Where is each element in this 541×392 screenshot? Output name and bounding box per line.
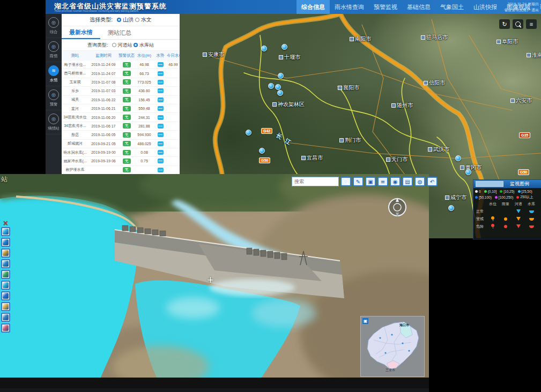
splash-tool[interactable] (1, 281, 10, 290)
sidebar-item-墒情站[interactable]: ◎ 墒情站 (46, 110, 62, 134)
station-marker[interactable] (448, 205, 454, 211)
tab-测站汇总[interactable]: 测站汇总 (100, 26, 139, 39)
nav-item-山洪快报[interactable]: 山洪快报 (469, 0, 502, 14)
search-icon[interactable] (513, 19, 523, 29)
station-marker[interactable] (259, 148, 265, 154)
column-header[interactable]: 预警状态 (118, 53, 135, 58)
table-row[interactable]: 玉皇观 2019-11-07 08 无 773.025 — (62, 78, 180, 87)
station-marker[interactable] (277, 90, 283, 96)
compass[interactable] (386, 195, 409, 219)
eye-icon[interactable]: ◉ (390, 177, 401, 186)
sidebar-item-预警[interactable]: ◎ 预警 (46, 86, 62, 110)
rotate-icon[interactable]: ↻ (499, 19, 510, 29)
sidebar-item-雨情[interactable]: ◎ 雨情 (46, 38, 62, 62)
city-label-淮南市[interactable]: 淮南市 (527, 51, 541, 59)
legend-titlebar[interactable]: 监视图例 (473, 180, 541, 188)
city-label-阜阳市[interactable]: 阜阳市 (496, 38, 518, 46)
city-label-武汉市[interactable]: 武汉市 (428, 146, 449, 153)
column-header[interactable]: 今日水位( (167, 53, 180, 58)
city-label-荆门市[interactable]: 荆门市 (339, 137, 361, 144)
overview-inset-map[interactable]: 海口市 三亚市 ▣ (360, 316, 425, 377)
inset-toggle-icon[interactable]: ▣ (362, 318, 368, 324)
city-label-随州市[interactable]: 随州市 (391, 102, 413, 109)
chart-icon[interactable]: ▤ (402, 177, 413, 186)
trend-icon: — (158, 97, 164, 102)
table-row[interactable]: 乐乡 2019-11-07 03 无 436.60 — (62, 87, 180, 95)
table-row[interactable]: 西马桥雨量... 2019-11-24 07 无 66.73 — (62, 69, 180, 78)
column-header[interactable]: 水位(m) (135, 53, 154, 58)
waves-grid-tool[interactable] (1, 259, 10, 268)
city-label-十堰市[interactable]: 十堰市 (279, 54, 300, 61)
city-label-信阳市[interactable]: 信阳市 (424, 79, 445, 87)
city-label-宜昌市[interactable]: 宜昌市 (301, 154, 323, 162)
layers-icon[interactable]: ≡ (526, 19, 537, 29)
search-input[interactable] (292, 177, 339, 186)
table-row[interactable]: 殷店 2019-11-06 05 无 594.930 — (62, 131, 180, 139)
nav-item-雨水情查询[interactable]: 雨水情查询 (330, 0, 369, 14)
radio-河道站[interactable]: 河道站 (112, 42, 132, 49)
column-header[interactable]: 测站 (62, 53, 88, 58)
station-marker[interactable] (278, 73, 284, 79)
station-marker[interactable] (261, 46, 267, 51)
table-row[interactable]: 梅子垭水位... 2019-11-24 09 无 46.98 — 46.99 (62, 61, 180, 69)
column-header[interactable]: 监测时间 (88, 53, 118, 58)
green-gear-tool[interactable] (1, 270, 10, 279)
table-row[interactable]: 姚家冲水库(... 2019-09-19 06 无 0.75 — (62, 157, 180, 165)
city-label-南阳市[interactable]: 南阳市 (350, 35, 371, 43)
user-text[interactable]: 省级管理员用户 退出 (504, 7, 539, 13)
table-row[interactable]: 34芭蕉湾水位 2019-11-06 20 无 244.31 — (62, 113, 180, 122)
radio-水库站[interactable]: 水库站 (134, 42, 154, 49)
nav-item-综合信息[interactable]: 综合信息 (297, 0, 330, 14)
station-marker[interactable] (281, 44, 287, 50)
edit-icon[interactable]: ✎ (353, 177, 364, 186)
station-marker[interactable] (268, 83, 274, 89)
legend-col-雨量: 雨量 (499, 201, 512, 207)
road-badge-G42: G42 (261, 128, 272, 134)
sidebar-item-综合[interactable]: ◎ 综合 (46, 14, 62, 38)
sand-tool[interactable] (1, 302, 10, 311)
undo-icon[interactable]: ↶ (427, 177, 438, 186)
table-row[interactable]: 救护垭水库 无 — (62, 166, 180, 175)
city-label-天门市[interactable]: 天门市 (386, 156, 407, 163)
sidebar-item-水情[interactable]: ≋ 水情 (46, 62, 62, 86)
tab-最新水情[interactable]: 最新水情 (62, 26, 100, 39)
wave-tool[interactable] (1, 227, 10, 236)
person-frame-tool[interactable] (1, 313, 10, 322)
status-badge: 无 (123, 62, 131, 67)
search-go-icon[interactable] (340, 177, 351, 186)
globe-icon[interactable]: ◍ (414, 177, 425, 186)
nav-item-预警监视[interactable]: 预警监视 (369, 0, 402, 14)
cell-trend: — (154, 80, 167, 85)
table-row[interactable]: 郧城观河 2019-09-21 05 无 486.025 — (62, 140, 180, 148)
table-row[interactable]: 响水洞水库(... 2019-09-19 00 无 0.08 — (62, 148, 180, 157)
city-label-六安市[interactable]: 六安市 (510, 97, 532, 104)
blue-flag-tool[interactable] (1, 291, 10, 300)
camera-icon[interactable]: ▣ (365, 177, 376, 186)
tool-glyph (3, 314, 9, 320)
station-marker[interactable] (465, 169, 471, 175)
city-label-神农架林区[interactable]: 神农架林区 (272, 101, 305, 108)
station-marker[interactable] (455, 155, 461, 161)
city-label-驻马店市[interactable]: 驻马店市 (421, 34, 448, 41)
gold-swirl-tool[interactable] (1, 248, 10, 258)
station-marker[interactable] (246, 130, 251, 135)
nav-item-气象国土[interactable]: 气象国土 (435, 0, 469, 14)
cell-status: 无 (118, 123, 135, 129)
city-label-安康市[interactable]: 安康市 (203, 51, 224, 58)
table-row[interactable]: 直河 2019-11-06 21 无 559.48 — (62, 104, 180, 113)
column-header[interactable]: 水势 (154, 53, 167, 58)
city-label-襄阳市[interactable]: 襄阳市 (338, 84, 359, 92)
radio-山洪[interactable]: 山洪 (117, 16, 134, 24)
legend-col-水库: 水库 (525, 201, 538, 207)
city-label-咸宁市[interactable]: 咸宁市 (445, 194, 466, 201)
water-swirl-tool[interactable] (1, 238, 10, 247)
close-icon[interactable]: ✕ (3, 219, 9, 227)
table-row[interactable]: 城关 2019-11-06 22 无 156.45 — (62, 96, 180, 104)
table-row[interactable]: 34芭蕉湾水... 2019-11-06 17 无 281.88 — (62, 122, 180, 131)
status-badge: 无 (123, 132, 131, 138)
nav-item-基础信息[interactable]: 基础信息 (402, 0, 435, 14)
pink-chart-tool[interactable] (1, 323, 10, 333)
radio-水文[interactable]: 水文 (135, 16, 152, 24)
list-icon[interactable]: ≡ (377, 177, 388, 186)
station-marker[interactable] (275, 84, 281, 90)
